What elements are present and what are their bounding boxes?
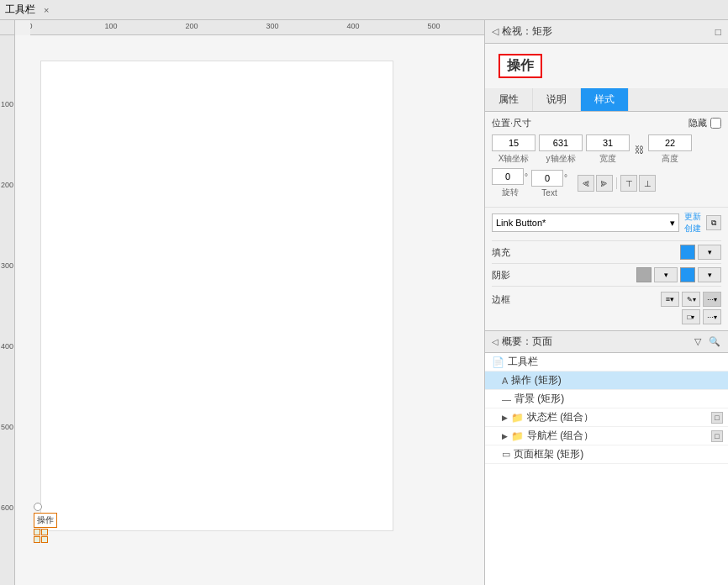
- rotate-label: 旋转: [502, 187, 519, 198]
- border-dash2-btn[interactable]: ⋯▾: [703, 309, 721, 324]
- inspect-expand-icon[interactable]: □: [715, 26, 721, 38]
- border-row: 边框 ≡▾ ✎▾ ⋯▾ □▾ ⋯▾: [492, 286, 721, 328]
- shadow-color-1[interactable]: [636, 267, 652, 282]
- overview-title: ◁ 概要：页面: [492, 335, 552, 349]
- ruler-v-600: 600: [0, 503, 14, 512]
- overview-arrow-icon: ◁: [492, 337, 499, 346]
- tab-properties[interactable]: 属性: [485, 88, 533, 111]
- border-color-btn[interactable]: ✎▾: [682, 292, 700, 307]
- shadow-label: 阴影: [492, 269, 517, 282]
- ruler-mark-200: 200: [185, 22, 198, 30]
- style-dropdown-arrow: ▾: [670, 218, 675, 229]
- hidden-label: 隐藏: [688, 117, 707, 129]
- align-sep: [616, 177, 617, 189]
- shadow-dropdown-2[interactable]: ▾: [698, 267, 721, 282]
- inspect-title-text: 检视：矩形: [502, 24, 552, 39]
- ruler-mark-400: 400: [346, 22, 359, 30]
- h-input[interactable]: 22: [648, 134, 692, 151]
- tab-description[interactable]: 说明: [533, 88, 581, 111]
- main-area: 0 100 200 300 400 500 100 200 300 400 50…: [0, 20, 728, 585]
- align-right-btn[interactable]: ⫸: [596, 175, 613, 192]
- pos-size-label: 位置·尺寸: [492, 117, 531, 129]
- ruler-horizontal: 0 100 200 300 400 500: [30, 20, 484, 35]
- overview-search-btn[interactable]: 🔍: [708, 335, 721, 349]
- shadow-controls: ▾ ▾: [636, 267, 721, 282]
- style-dropdown[interactable]: Link Button* ▾: [492, 213, 679, 232]
- update-btn[interactable]: 更新: [684, 211, 701, 223]
- hidden-toggle[interactable]: [710, 118, 721, 129]
- shadow-color-2[interactable]: [680, 267, 695, 282]
- inspect-arrow-icon: ◁: [492, 26, 499, 37]
- border-row-1: ≡▾ ✎▾ ⋯▾: [661, 292, 721, 307]
- align-top-btn[interactable]: ⊤: [620, 175, 637, 192]
- canvas-content[interactable]: 操作: [15, 35, 484, 585]
- ruler-v-300: 300: [0, 261, 14, 270]
- toolbar-title: 工具栏: [5, 3, 35, 17]
- statusbar-expand-arrow[interactable]: ▶: [502, 414, 508, 422]
- chain-icon[interactable]: ⛓: [633, 145, 645, 155]
- ruler-mark-300: 300: [266, 22, 278, 30]
- overview-filter-btn[interactable]: ▽: [691, 335, 704, 349]
- text-input[interactable]: [531, 170, 563, 187]
- text-input-group: ° Text: [531, 170, 567, 198]
- align-bottom-btn[interactable]: ⊥: [639, 175, 656, 192]
- rotate-row: ° 旋转 ° Text ⫷ ⫸ ⊤ ⊥: [492, 168, 721, 198]
- operation-label-container: 操作: [485, 44, 728, 88]
- toolbar-close[interactable]: ×: [44, 5, 49, 15]
- mini-box-1: [34, 529, 40, 535]
- canvas-area: 0 100 200 300 400 500 100 200 300 400 50…: [0, 20, 484, 585]
- overview-title-text: 概要：页面: [502, 335, 552, 349]
- fill-dropdown-btn[interactable]: ▾: [698, 245, 721, 260]
- x-input-group: 15 X轴坐标: [492, 134, 535, 165]
- ruler-corner: [0, 20, 15, 35]
- create-btn[interactable]: 创建: [684, 223, 701, 235]
- ruler-v-400: 400: [0, 342, 14, 350]
- h-label: 高度: [662, 153, 678, 165]
- overview-icons: ▽ 🔍: [691, 335, 721, 349]
- text-degree-icon: °: [564, 173, 567, 182]
- y-label: y轴坐标: [546, 153, 576, 165]
- operation-text-icon: A: [502, 376, 508, 386]
- fill-color-swatch[interactable]: [680, 245, 695, 260]
- x-input[interactable]: 15: [492, 134, 535, 151]
- shadow-dropdown-1[interactable]: ▾: [654, 267, 678, 282]
- tabs-bar: 属性 说明 样式: [485, 88, 728, 112]
- border-label: 边框: [492, 293, 517, 306]
- border-dashed-btn[interactable]: ⋯▾: [703, 292, 721, 307]
- right-panel: ◁ 检视：矩形 □ 操作 属性 说明 样式 位置·尺寸 隐藏: [484, 20, 728, 585]
- tree-item-navbar[interactable]: ▶ 📁 导航栏 (组合） □: [485, 427, 728, 445]
- tree-item-background[interactable]: — 背景 (矩形): [485, 390, 728, 408]
- copy-btn[interactable]: ⧉: [706, 215, 721, 230]
- toolbar-bar: 工具栏 ×: [0, 0, 728, 20]
- rotate-degree-icon: °: [525, 172, 528, 182]
- rotate-input[interactable]: [492, 168, 524, 185]
- mini-operation-label: 操作: [34, 513, 57, 528]
- rotate-input-group: ° 旋转: [492, 168, 528, 198]
- y-input[interactable]: 631: [539, 134, 583, 151]
- hidden-checkbox[interactable]: 隐藏: [688, 117, 721, 129]
- fill-section: 填充 ▾ 阴影 ▾ ▾ 边框: [485, 238, 728, 330]
- tree-label-toolbar: 工具栏: [508, 355, 538, 369]
- align-left-btn[interactable]: ⫷: [578, 175, 594, 192]
- ruler-mark-0: 0: [30, 22, 33, 30]
- navbar-expand-arrow[interactable]: ▶: [502, 432, 508, 440]
- statusbar-eye-btn[interactable]: □: [711, 412, 723, 424]
- ruler-vertical: 100 200 300 400 500 600: [0, 35, 15, 585]
- tab-style[interactable]: 样式: [581, 88, 629, 111]
- ruler-v-200: 200: [0, 181, 14, 189]
- tree-item-toolbar[interactable]: 📄 工具栏: [485, 353, 728, 372]
- tree-list: 📄 工具栏 A 操作 (矩形) — 背景 (矩形) ▶ 📁 状态栏 (组合） □: [485, 353, 728, 585]
- tree-label-navbar: 导航栏 (组合）: [527, 429, 593, 443]
- tree-item-operation[interactable]: A 操作 (矩形): [485, 372, 728, 390]
- mini-box-3: [34, 536, 40, 543]
- tree-item-pageframe[interactable]: ▭ 页面框架 (矩形): [485, 445, 728, 464]
- navbar-eye-btn[interactable]: □: [711, 430, 723, 442]
- border-style-btn[interactable]: ≡▾: [661, 292, 679, 307]
- tree-item-statusbar[interactable]: ▶ 📁 状态栏 (组合） □: [485, 408, 728, 427]
- w-input[interactable]: 31: [586, 134, 630, 151]
- border-all-btn[interactable]: □▾: [682, 309, 700, 324]
- h-input-group: 22 高度: [648, 134, 692, 165]
- mini-box-4: [41, 536, 48, 543]
- bg-line-icon: —: [502, 394, 511, 404]
- style-dropdown-value: Link Button*: [496, 218, 546, 228]
